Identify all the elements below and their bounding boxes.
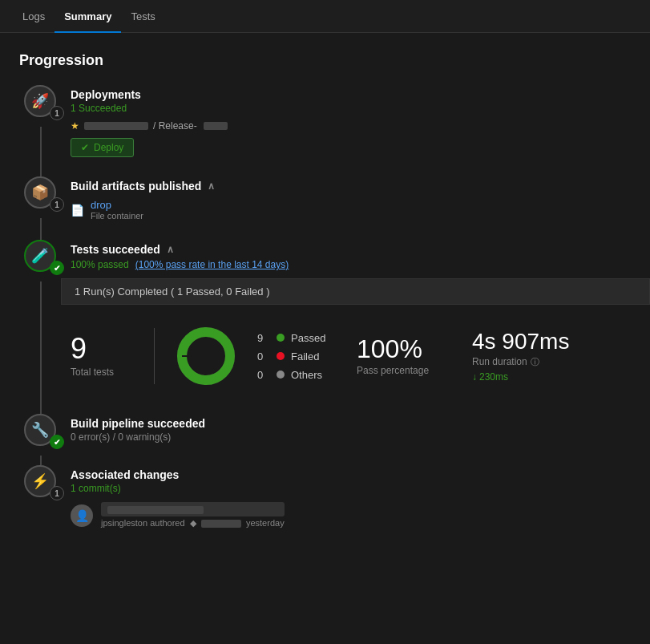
- test-legend: 9 Passed 0 Failed 0 Others: [257, 332, 337, 381]
- tab-logs-label: Logs: [22, 10, 45, 22]
- changes-icon-wrap: ⚡ 1: [19, 465, 61, 497]
- pipeline-item: 🔧 ✔ Build pipeline succeeded 0 error(s) …: [19, 414, 631, 446]
- tab-summary[interactable]: Summary: [55, 0, 121, 33]
- duration-block: 4s 907ms Run duration ⓘ ↓ 230ms: [472, 330, 569, 383]
- deploy-button[interactable]: ✔ Deploy: [71, 138, 134, 157]
- timeline-line-1: [40, 127, 42, 176]
- commit-row: 👤 jpsingleston authored ◆ yesterday: [71, 502, 631, 529]
- progression-title: Progression: [19, 52, 631, 69]
- total-tests-label: Total tests: [71, 367, 114, 378]
- deployments-content: Deployments 1 Succeeded ★ / Release- ✔ D…: [61, 85, 631, 157]
- artifact-type: File container: [91, 211, 143, 221]
- deployments-item: 🚀 1 Deployments 1 Succeeded ★ / Release-…: [19, 85, 631, 157]
- pipeline-content: Build pipeline succeeded 0 error(s) / 0 …: [61, 414, 631, 443]
- timeline-line-2: [40, 218, 42, 240]
- artifacts-icon-wrap: 📦 1: [19, 176, 61, 209]
- tests-item: 🧪 ✔ Tests succeeded ∧ 100% passed (100% …: [19, 240, 631, 395]
- legend-others: 0 Others: [257, 369, 337, 381]
- blurred-release: [204, 122, 228, 130]
- avatar: 👤: [71, 504, 93, 527]
- deployments-icon-wrap: 🚀 1: [19, 85, 61, 117]
- duration-number: 4s 907ms: [472, 330, 569, 353]
- changes-badge: 1: [50, 486, 64, 500]
- blurred-repo: [84, 122, 148, 130]
- artifact-name[interactable]: drop: [91, 199, 143, 211]
- timeline: 🚀 1 Deployments 1 Succeeded ★ / Release-…: [19, 85, 631, 529]
- deployments-title: Deployments: [71, 88, 631, 101]
- tab-summary-label: Summary: [64, 10, 111, 22]
- changes-subtitle: 1 commit(s): [71, 483, 631, 494]
- pipeline-title: Build pipeline succeeded: [71, 417, 631, 430]
- legend-passed: 9 Passed: [257, 332, 337, 344]
- commit-hash: [101, 502, 285, 516]
- deployments-subtitle: 1 Succeeded: [71, 103, 631, 114]
- tests-badge: ✔: [50, 261, 64, 275]
- main-content: Progression 🚀 1 Deployments 1 Succeeded …: [0, 33, 650, 567]
- tab-tests-label: Tests: [131, 10, 155, 22]
- header: Logs Summary Tests: [0, 0, 650, 33]
- others-dot: [277, 371, 285, 379]
- artifacts-chevron[interactable]: ∧: [208, 180, 215, 192]
- timeline-line-4: [40, 456, 42, 465]
- changes-item: ⚡ 1 Associated changes 1 commit(s) 👤: [19, 465, 631, 529]
- timeline-line-3: [40, 281, 42, 414]
- legend-failed: 0 Failed: [257, 350, 337, 363]
- pass-pct-number: 100%: [357, 336, 453, 362]
- commit-meta: jpsingleston authored ◆ yesterday: [101, 518, 285, 529]
- pass-pct-block: 100% Pass percentage: [357, 336, 453, 376]
- check-icon: ✔: [81, 142, 89, 153]
- artifacts-content: Build artifacts published ∧ 📄 drop File …: [61, 176, 631, 221]
- total-tests-block: 9 Total tests: [71, 334, 135, 378]
- artifact-row: 📄 drop File container: [71, 199, 631, 221]
- tests-title: Tests succeeded ∧: [71, 243, 631, 256]
- tests-content: Tests succeeded ∧ 100% passed (100% pass…: [61, 240, 631, 395]
- artifact-file-icon: 📄: [71, 204, 84, 217]
- duration-label-row: Run duration ⓘ: [472, 356, 569, 368]
- donut-chart: [174, 324, 238, 388]
- test-results-row: 9 Total tests: [71, 318, 631, 395]
- tests-icon-wrap: 🧪 ✔: [19, 240, 61, 272]
- artifacts-item: 📦 1 Build artifacts published ∧ 📄 drop F…: [19, 176, 631, 221]
- arrow-down-icon: ↓: [472, 371, 477, 383]
- test-status-bar: 1 Run(s) Completed ( 1 Passed, 0 Failed …: [61, 278, 650, 305]
- deployment-star-row: ★ / Release-: [71, 120, 631, 132]
- deployments-badge: 1: [50, 106, 64, 120]
- tab-logs[interactable]: Logs: [13, 0, 55, 33]
- changes-content: Associated changes 1 commit(s) 👤 jpsingl…: [61, 465, 631, 529]
- tests-pass-row: 100% passed (100% pass rate in the last …: [71, 259, 631, 270]
- tab-tests[interactable]: Tests: [121, 0, 164, 33]
- changes-title: Associated changes: [71, 468, 631, 481]
- duration-info-icon: ⓘ: [531, 356, 539, 368]
- tests-pass-link[interactable]: (100% pass rate in the last 14 days): [135, 259, 289, 270]
- artifacts-badge: 1: [50, 197, 64, 212]
- failed-dot: [277, 352, 285, 360]
- passed-dot: [277, 334, 285, 342]
- total-tests-number: 9: [71, 334, 87, 363]
- tests-pass-pct: 100% passed: [71, 259, 129, 270]
- divider-1: [154, 328, 155, 384]
- pass-pct-label: Pass percentage: [357, 365, 453, 376]
- duration-delta: ↓ 230ms: [472, 371, 569, 383]
- pipeline-badge: ✔: [50, 435, 64, 449]
- commit-info: jpsingleston authored ◆ yesterday: [101, 502, 285, 529]
- pipeline-errors: 0 error(s) / 0 warning(s): [71, 431, 631, 443]
- pipeline-icon-wrap: 🔧 ✔: [19, 414, 61, 446]
- star-icon: ★: [71, 120, 79, 132]
- artifacts-title: Build artifacts published ∧: [71, 180, 631, 192]
- tests-chevron[interactable]: ∧: [167, 244, 174, 255]
